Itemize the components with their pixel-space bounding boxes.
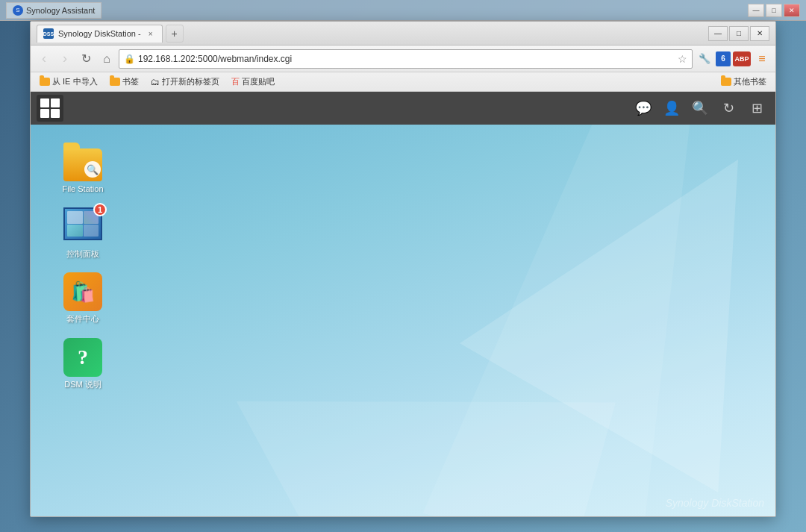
browser-restore-button[interactable]: □ [729,26,749,41]
abp-button[interactable]: ABP [733,51,751,66]
bookmark-folder-icon-2 [110,78,120,86]
bookmark-item-baidu[interactable]: 百 百度贴吧 [228,75,278,89]
tab-favicon: DSS [43,28,54,39]
outer-minimize-button[interactable]: — [748,4,764,17]
dsm-desktop: 🔍 File Station 1 控制面 [31,125,775,516]
outer-taskbar: S Synology Assistant — □ ✕ [0,0,806,21]
bookmarks-bar: 从 IE 中导入 书签 🗂 打开新的标签页 百 百度贴吧 其他书签 [31,72,775,92]
dsm-desktop-background [31,125,775,516]
bookmark-bookmarks-label: 书签 [122,76,139,87]
bookmark-item-others[interactable]: 其他书签 [718,75,769,89]
control-panel-icon-img: 1 [63,207,102,246]
bookmark-folder-icon-3 [721,78,731,86]
browser-window-controls: — □ ✕ [708,26,769,41]
desktop-icon-control-panel[interactable]: 1 控制面板 [53,204,113,262]
desktop-icon-package-center[interactable]: 🛍️ 套件中心 [53,269,113,327]
bookmark-ie-label: 从 IE 中导入 [52,76,98,87]
desktop-icon-file-station[interactable]: 🔍 File Station [53,140,113,197]
bookmark-newtab-label: 打开新的标签页 [162,76,219,87]
package-bag-icon: 🛍️ [71,281,95,304]
file-station-label: File Station [62,184,103,194]
file-station-search-badge: 🔍 [84,161,101,178]
bookmark-item-ie[interactable]: 从 IE 中导入 [37,75,101,89]
browser-window: DSS Synology DiskStation - × + — □ ✕ ‹ ›… [30,21,776,517]
logo-square-2 [51,98,60,107]
dsm-help-label: DSM 说明 [64,380,101,389]
menu-button[interactable]: ≡ [753,50,771,68]
dsm-grid-button[interactable]: ⊞ [744,96,769,121]
bookmark-others-label: 其他书签 [734,76,766,87]
tools-icon-button[interactable]: 🔧 [696,50,713,68]
toolbar-right: 🔧 6 ABP ≡ [696,50,771,68]
synology-assistant-label-text: Synology Assistant [26,6,95,15]
home-button[interactable]: ⌂ [98,50,116,68]
bookmark-star-icon[interactable]: ☆ [678,53,687,65]
help-icon-bg: ? [63,338,102,377]
address-bar-container: 🔒 ☆ [119,49,693,69]
package-icon-bg: 🛍️ [63,272,102,311]
dsm-chat-button[interactable]: 💬 [631,96,656,121]
dsm-content: 💬 👤 🔍 ↻ ⊞ [31,92,775,516]
bookmarks-right: 其他书签 [718,75,769,89]
num6-button[interactable]: 6 [716,51,731,66]
dsm-help-icon-img: ? [63,338,102,377]
new-tab-button[interactable]: + [166,25,184,43]
forward-button[interactable]: › [56,50,74,68]
bookmark-folder-icon [40,78,50,86]
logo-square-3 [40,109,49,118]
logo-square-4 [51,109,60,118]
browser-titlebar: DSS Synology DiskStation - × + — □ ✕ [31,22,775,46]
desktop-icons-container: 🔍 File Station 1 控制面 [53,140,113,392]
address-input[interactable] [138,54,675,64]
dsm-search-button[interactable]: 🔍 [687,96,713,121]
bookmark-newtab-icon: 🗂 [151,77,160,87]
synology-assistant-taskbar[interactable]: S Synology Assistant [6,2,101,19]
control-panel-label: 控制面板 [66,249,99,259]
browser-toolbar: ‹ › ↻ ⌂ 🔒 ☆ 🔧 6 ABP ≡ [31,46,775,72]
bookmark-baidu-label: 百度贴吧 [242,76,275,87]
bookmark-item-newtab[interactable]: 🗂 打开新的标签页 [148,75,222,89]
tab-close-button[interactable]: × [146,28,156,39]
bookmark-item-bookmarks[interactable]: 书签 [107,75,142,89]
tab-title: Synology DiskStation - [58,29,141,38]
dsm-topbar: 💬 👤 🔍 ↻ ⊞ [31,92,775,125]
desktop-icon-dsm-help[interactable]: ? DSM 说明 [53,335,113,392]
file-station-icon-img: 🔍 [63,143,102,181]
back-button[interactable]: ‹ [35,50,53,68]
package-center-icon-img: 🛍️ [63,272,102,311]
dsm-topbar-icons: 💬 👤 🔍 ↻ ⊞ [631,96,769,121]
bookmark-baidu-icon: 百 [231,76,240,87]
dsm-watermark: Synology DiskStation [666,497,764,509]
browser-tab-active[interactable]: DSS Synology DiskStation - × [37,25,163,43]
outer-close-button[interactable]: ✕ [784,4,800,17]
browser-close-button[interactable]: ✕ [750,26,769,41]
dsm-logo-button[interactable] [37,95,63,122]
browser-minimize-button[interactable]: — [708,26,728,41]
package-center-label: 套件中心 [66,314,99,324]
folder-tab [63,143,80,150]
outer-window-controls: — □ ✕ [748,4,800,17]
outer-restore-button[interactable]: □ [766,4,782,17]
logo-square-1 [40,98,49,107]
dsm-refresh-button[interactable]: ↻ [716,96,741,121]
refresh-button[interactable]: ↻ [77,50,95,68]
control-panel-notification-badge: 1 [93,203,107,216]
address-lock-icon: 🔒 [124,54,135,64]
dsm-user-button[interactable]: 👤 [659,96,684,121]
synology-assistant-icon: S [13,5,23,16]
help-question-mark: ? [78,345,88,369]
